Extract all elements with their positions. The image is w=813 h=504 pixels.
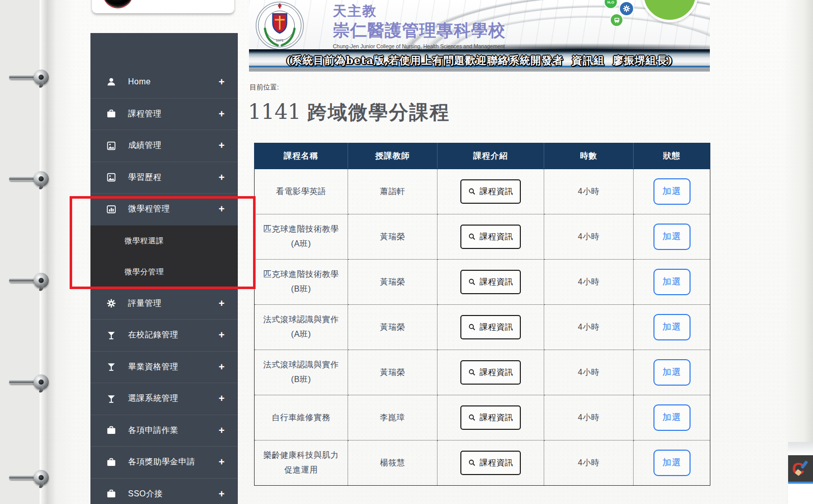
- sidebar-item-course-management[interactable]: 課程管理 +: [90, 98, 238, 130]
- sidebar-item-school-record-management[interactable]: 在校記錄管理 +: [90, 319, 238, 351]
- briefcase-icon: [106, 457, 117, 468]
- header-course-name: 課程名稱: [255, 143, 348, 169]
- sidebar-item-sso-integration[interactable]: SSO介接 +: [90, 478, 238, 504]
- course-info-button[interactable]: 課程資訊: [460, 451, 521, 476]
- sidebar-item-assessment-management[interactable]: 評量管理 +: [90, 288, 238, 320]
- course-info-button-label: 課程資訊: [480, 456, 513, 470]
- expand-plus-icon[interactable]: +: [218, 361, 225, 373]
- course-name-cell: 法式滾球認識與實作(A班): [255, 305, 348, 350]
- sidebar-item-label: 各項申請作業: [128, 425, 218, 436]
- course-intro-cell: 課程資訊: [437, 260, 544, 305]
- course-intro-cell: 課程資訊: [437, 395, 544, 440]
- header-teacher: 授課教師: [348, 143, 437, 169]
- gear-badge-icon: [619, 1, 634, 16]
- course-info-button-label: 課程資訊: [480, 275, 513, 290]
- funnel-icon: [106, 361, 117, 372]
- expand-plus-icon[interactable]: +: [218, 456, 225, 468]
- expand-plus-icon[interactable]: +: [218, 76, 225, 88]
- binder-ring: [9, 272, 58, 289]
- sidebar-item-course-selection-system-management[interactable]: 選課系統管理 +: [90, 383, 238, 415]
- course-info-button-label: 課程資訊: [480, 184, 513, 199]
- sidebar-item-grade-management[interactable]: 成績管理 +: [90, 130, 238, 162]
- add-course-button[interactable]: 加選: [653, 404, 691, 431]
- ccleaner-icon[interactable]: C: [792, 459, 809, 478]
- hours-cell: 4小時: [544, 260, 634, 305]
- course-info-button-label: 課程資訊: [480, 365, 513, 380]
- course-name-cell: 樂齡健康科技與肌力促進運用: [255, 440, 348, 486]
- course-info-button[interactable]: 課程資訊: [460, 405, 521, 430]
- funnel-icon: [106, 393, 117, 404]
- table-row: 樂齡健康科技與肌力促進運用 楊筱慧 課程資訊 4小時 加選: [255, 440, 710, 486]
- expand-plus-icon[interactable]: +: [218, 393, 225, 404]
- sidebar-item-application-tasks[interactable]: 各項申請作業 +: [90, 415, 238, 447]
- water-badge-text: H₂O: [607, 1, 614, 4]
- course-info-button[interactable]: 課程資訊: [460, 179, 521, 204]
- corner-widget: C: [788, 442, 813, 504]
- expand-plus-icon[interactable]: +: [218, 108, 225, 120]
- course-info-button-label: 課程資訊: [480, 411, 513, 425]
- course-intro-cell: 課程資訊: [437, 169, 544, 214]
- funnel-icon: [106, 330, 117, 341]
- add-course-button[interactable]: 加選: [653, 178, 691, 205]
- add-course-button[interactable]: 加選: [653, 224, 691, 250]
- sidebar-item-label: 成績管理: [128, 140, 218, 151]
- add-course-button[interactable]: 加選: [653, 450, 691, 476]
- course-intro-cell: 課程資訊: [437, 440, 544, 486]
- expand-plus-icon[interactable]: +: [218, 298, 225, 309]
- course-name-cell: 匹克球進階技術教學(B班): [255, 260, 348, 305]
- add-course-button[interactable]: 加選: [653, 269, 691, 295]
- page-title: 1141 跨域微學分課程: [248, 100, 450, 125]
- person-icon: [106, 76, 117, 87]
- sidebar-item-home[interactable]: Home +: [90, 66, 238, 98]
- course-name-cell: 自行車維修實務: [255, 395, 348, 440]
- bus-badge-icon: [610, 13, 623, 27]
- hours-cell: 4小時: [544, 350, 634, 395]
- course-info-button[interactable]: 課程資訊: [460, 270, 521, 295]
- course-name-cell: 匹克球進階技術教學(A班): [255, 214, 348, 260]
- table-row: 看電影學英語 蕭詣軒 課程資訊 4小時 加選: [255, 169, 710, 214]
- header-hours: 時數: [544, 143, 634, 169]
- school-name-english-text: Chung-Jen Junior College of Nursing, Hea…: [333, 43, 506, 49]
- corner-white-area: [788, 484, 813, 504]
- school-religion-text: 天主教: [333, 2, 506, 20]
- add-course-button[interactable]: 加選: [653, 359, 691, 386]
- sidebar-item-label: SSO介接: [128, 489, 218, 499]
- course-info-button[interactable]: 課程資訊: [460, 315, 521, 340]
- course-info-button[interactable]: 課程資訊: [460, 360, 521, 385]
- gear-icon: [106, 298, 117, 309]
- course-intro-cell: 課程資訊: [437, 305, 544, 350]
- page-title-number: 1141: [248, 100, 301, 124]
- sidebar-item-scholarship-applications[interactable]: 各項獎助學金申請 +: [90, 446, 238, 478]
- search-icon: [468, 368, 476, 376]
- course-info-button-label: 課程資訊: [480, 320, 513, 335]
- sidebar-item-label: 選課系統管理: [128, 393, 218, 404]
- sidebar-item-label: 評量管理: [128, 298, 218, 309]
- header-course-intro: 課程介紹: [437, 143, 544, 169]
- sidebar-item-graduation-qualification-management[interactable]: 畢業資格管理 +: [90, 351, 238, 383]
- expand-plus-icon[interactable]: +: [218, 140, 225, 151]
- teacher-cell: 黃瑞榮: [348, 305, 437, 350]
- search-icon: [468, 278, 476, 286]
- school-name-text: 崇仁醫護管理專科學校: [333, 19, 506, 42]
- sidebar-item-label: 各項獎助學金申請: [128, 457, 218, 467]
- expand-plus-icon[interactable]: +: [218, 425, 225, 436]
- image-icon: [106, 140, 117, 151]
- briefcase-icon: [106, 488, 117, 499]
- table-row: 匹克球進階技術教學(B班) 黃瑞榮 課程資訊 4小時 加選: [255, 260, 710, 305]
- briefcase-icon: [106, 425, 117, 436]
- table-row: 法式滾球認識與實作(B班) 黃瑞榮 課程資訊 4小時 加選: [255, 350, 710, 395]
- user-card: [92, 0, 234, 13]
- search-icon: [468, 459, 476, 467]
- hours-cell: 4小時: [544, 440, 634, 486]
- table-header-row: 課程名稱 授課教師 課程介紹 時數 狀態: [255, 143, 710, 169]
- expand-plus-icon[interactable]: +: [218, 172, 225, 183]
- avatar[interactable]: [103, 0, 133, 7]
- expand-plus-icon[interactable]: +: [218, 488, 225, 500]
- expand-plus-icon[interactable]: +: [218, 329, 225, 341]
- add-course-button[interactable]: 加選: [653, 314, 691, 340]
- course-info-button[interactable]: 課程資訊: [460, 225, 521, 249]
- sidebar-item-learning-portfolio[interactable]: 學習歷程 +: [90, 162, 238, 194]
- teacher-cell: 楊筱慧: [348, 440, 437, 486]
- course-info-button-label: 課程資訊: [480, 230, 513, 244]
- course-name-cell: 看電影學英語: [255, 169, 348, 214]
